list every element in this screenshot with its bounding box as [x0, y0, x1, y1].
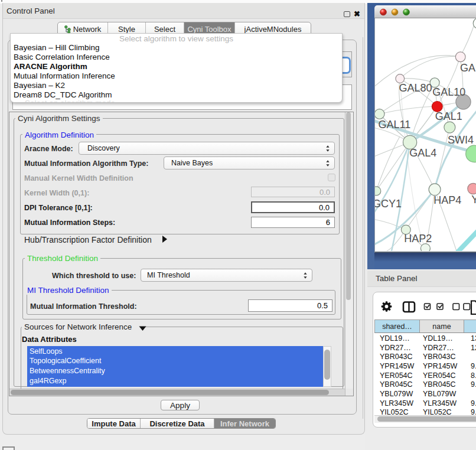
svg-text:GAL10: GAL10: [432, 86, 465, 98]
svg-text:GAL4: GAL4: [409, 147, 436, 159]
svg-text:GAL11: GAL11: [378, 119, 410, 131]
svg-text:SWI4: SWI4: [448, 134, 474, 146]
svg-text:GCY1: GCY1: [375, 198, 402, 210]
svg-text:GAL1: GAL1: [435, 110, 462, 122]
svg-text:GAL7: GAL7: [460, 62, 476, 74]
svg-text:GAL80: GAL80: [399, 82, 432, 94]
svg-text:YEL0: YEL0: [471, 194, 476, 206]
svg-text:HAP2: HAP2: [404, 233, 432, 244]
svg-text:HAP4: HAP4: [433, 194, 461, 206]
